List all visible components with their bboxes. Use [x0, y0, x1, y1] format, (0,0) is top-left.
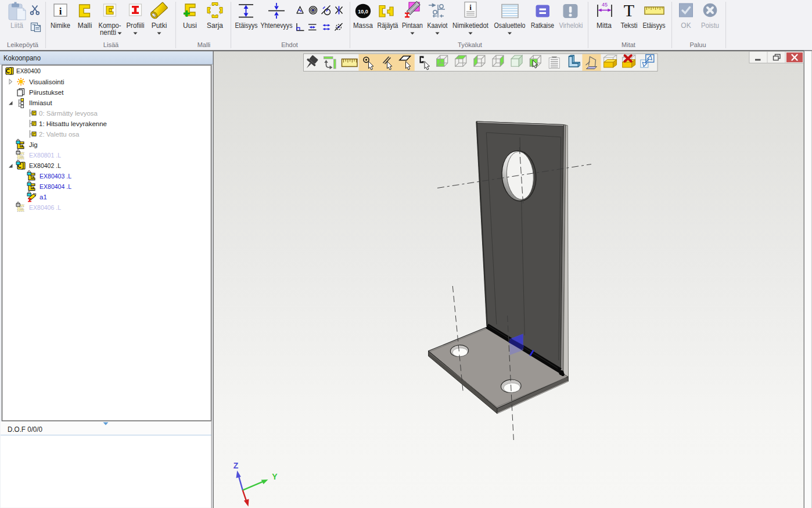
svg-text:Teksti: Teksti: [621, 22, 638, 30]
svg-text:EX80406 .L: EX80406 .L: [29, 204, 62, 211]
svg-text:T: T: [624, 1, 634, 20]
svg-text:Poistu: Poistu: [701, 22, 719, 30]
svg-text:Y: Y: [272, 472, 278, 481]
svg-text:Nimike: Nimike: [51, 22, 70, 30]
svg-text:10,0: 10,0: [358, 9, 368, 15]
svg-text:Mitta: Mitta: [597, 22, 612, 30]
svg-text:D.O.F 0/0/0: D.O.F 0/0/0: [8, 425, 42, 434]
svg-text:Malli: Malli: [197, 41, 211, 48]
svg-text:Sarja: Sarja: [207, 22, 223, 30]
svg-text:Nimiketiedot: Nimiketiedot: [452, 22, 489, 30]
svg-text:EX80402 .L: EX80402 .L: [29, 162, 62, 169]
svg-text:Visualisointi: Visualisointi: [29, 78, 64, 85]
svg-text:Yhtenevyys: Yhtenevyys: [261, 22, 293, 30]
svg-text:EX80403 .L: EX80403 .L: [39, 173, 72, 180]
svg-text:Kaaviot: Kaaviot: [427, 22, 448, 30]
svg-text:Ehdot: Ehdot: [281, 41, 298, 48]
svg-text:Uusi: Uusi: [183, 22, 197, 30]
svg-text:Mitat: Mitat: [621, 41, 635, 48]
svg-text:Kokoonpano: Kokoonpano: [3, 54, 41, 62]
svg-text:Osaluettelo: Osaluettelo: [494, 22, 526, 30]
svg-text:45: 45: [602, 2, 608, 8]
svg-text:Ratkaise: Ratkaise: [531, 22, 554, 30]
svg-text:1: Hitsattu levyrakenne: 1: Hitsattu levyrakenne: [39, 120, 107, 127]
svg-text:i: i: [469, 3, 472, 12]
svg-text:Piirustukset: Piirustukset: [29, 89, 64, 96]
svg-text:OK: OK: [681, 22, 691, 30]
svg-text:Etäisyys: Etäisyys: [235, 22, 258, 30]
svg-text:EX80801 .L: EX80801 .L: [29, 152, 62, 159]
svg-text:0: Särmätty levyosa: 0: Särmätty levyosa: [39, 110, 98, 117]
svg-text:2: Valettu osa: 2: Valettu osa: [39, 131, 80, 138]
svg-text:i: i: [59, 6, 62, 17]
svg-text:Lisää: Lisää: [103, 41, 119, 48]
svg-text:Ilmiasut: Ilmiasut: [29, 99, 52, 106]
svg-text:Työkalut: Työkalut: [458, 41, 482, 48]
svg-text:nentti: nentti: [100, 28, 116, 37]
svg-text:Räjäytä: Räjäytä: [378, 22, 398, 30]
svg-text:Liitä: Liitä: [10, 22, 23, 30]
svg-text:EX80404 .L: EX80404 .L: [39, 183, 72, 190]
svg-text:Pintaan: Pintaan: [402, 22, 423, 30]
svg-text:Massa: Massa: [353, 22, 373, 30]
svg-text:Profiili: Profiili: [127, 22, 145, 30]
svg-text:Etäisyys: Etäisyys: [643, 22, 666, 30]
svg-text:Leikepöytä: Leikepöytä: [7, 41, 39, 48]
svg-text:Virheloki: Virheloki: [559, 22, 583, 30]
svg-text:Putki: Putki: [152, 22, 167, 30]
svg-text:a1: a1: [39, 194, 47, 201]
svg-text:Jig: Jig: [29, 141, 38, 148]
svg-text:Malli: Malli: [78, 22, 92, 30]
svg-text:EX80400: EX80400: [16, 67, 41, 74]
svg-text:Paluu: Paluu: [689, 41, 706, 48]
svg-text:Z: Z: [233, 461, 239, 470]
